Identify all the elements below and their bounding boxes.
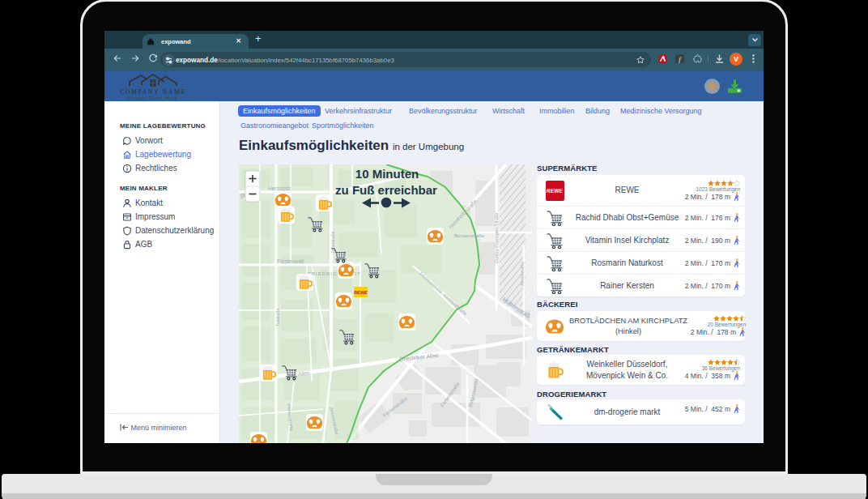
svg-text:Herzogstr.: Herzogstr. [268,186,292,192]
svg-text:Talstraße: Talstraße [275,308,280,326]
svg-text:zu Fuß erreichbar: zu Fuß erreichbar [335,183,437,197]
svg-text:REWE: REWE [354,290,368,295]
svg-text:Fürstenwall: Fürstenwall [277,258,304,264]
svg-text:Slogan Goes Here: Slogan Goes Here [128,96,178,100]
svg-text:Bunsenstraße: Bunsenstraße [454,233,485,238]
svg-text:COMPANY NAME: COMPANY NAME [120,88,186,96]
svg-text:10 Minuten: 10 Minuten [355,167,419,181]
svg-text:Gustav-Poensgen-Straße: Gustav-Poensgen-Straße [494,213,499,263]
svg-text:Arnimstraße: Arnimstraße [520,262,525,286]
